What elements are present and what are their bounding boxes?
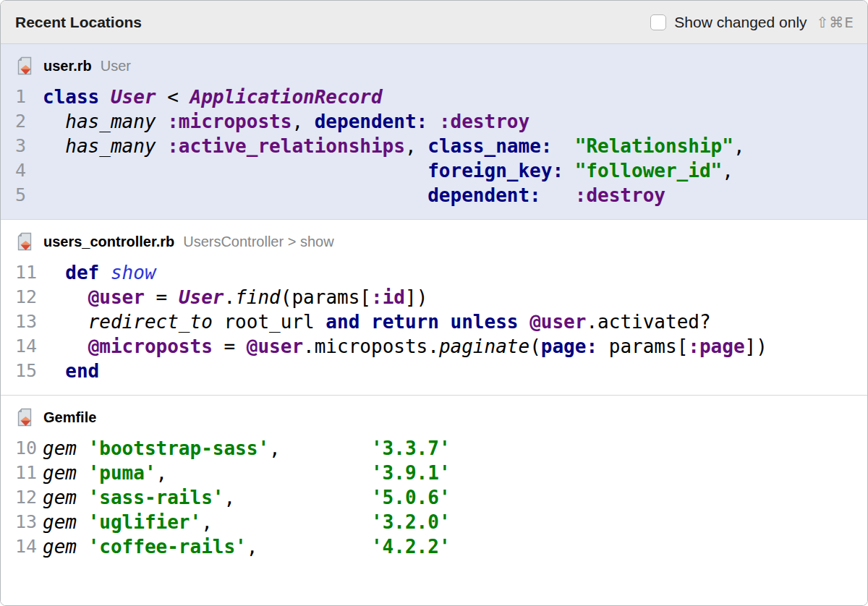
code-token: ]) bbox=[405, 286, 427, 308]
code-line[interactable]: 14 @microposts = @user.microposts.pagina… bbox=[1, 334, 867, 359]
line-number: 10 bbox=[1, 436, 43, 461]
code-token: foreign_key: bbox=[427, 160, 563, 182]
code-token bbox=[43, 262, 65, 283]
file-section[interactable]: users_controller.rbUsersController > sho… bbox=[1, 219, 867, 395]
code-token bbox=[43, 360, 65, 382]
code-token: :active_relationships bbox=[167, 135, 405, 157]
code-line[interactable]: 11 def show bbox=[1, 260, 867, 285]
code-token: ( bbox=[529, 336, 541, 357]
code-token: , bbox=[292, 111, 314, 132]
code-line[interactable]: 4 foreign_key: "follower_id", bbox=[1, 158, 867, 183]
code-token: 'uglifier' bbox=[88, 511, 202, 533]
code-token: :destroy bbox=[575, 184, 665, 206]
code-token: User bbox=[111, 86, 156, 108]
code-token: , bbox=[733, 135, 745, 157]
code-line[interactable]: 13 redirect_to root_url and return unles… bbox=[1, 310, 867, 334]
sections: user.rbUser1class User < ApplicationReco… bbox=[1, 44, 867, 605]
line-text: gem 'puma', '3.9.1' bbox=[43, 461, 451, 485]
ruby-file-icon bbox=[15, 232, 34, 251]
code-token bbox=[43, 135, 65, 157]
file-name: users_controller.rb bbox=[43, 234, 174, 250]
line-text: gem 'sass-rails', '5.0.6' bbox=[43, 485, 451, 510]
code-token: root_url bbox=[213, 311, 326, 333]
line-number: 11 bbox=[1, 461, 43, 485]
code-token bbox=[563, 160, 575, 182]
code-token: , bbox=[247, 536, 371, 558]
code-token: < bbox=[156, 86, 190, 108]
code-token bbox=[77, 487, 88, 508]
code-token: @user bbox=[247, 336, 303, 357]
code-token: :page bbox=[688, 336, 744, 357]
file-section[interactable]: Gemfile10gem 'bootstrap-sass', '3.3.7'11… bbox=[1, 395, 867, 571]
code-token: , bbox=[156, 462, 371, 484]
file-name: Gemfile bbox=[43, 409, 96, 426]
code-token: , bbox=[201, 511, 371, 533]
code-line[interactable]: 1class User < ApplicationRecord bbox=[1, 85, 867, 109]
line-text: has_many :active_relationships, class_na… bbox=[43, 134, 745, 158]
code-token: . bbox=[224, 286, 236, 308]
code-token: has_many bbox=[65, 135, 156, 157]
show-changed-only-control[interactable]: Show changed only ⇧⌘E bbox=[650, 14, 854, 31]
line-text: redirect_to root_url and return unless @… bbox=[43, 310, 711, 334]
line-number: 2 bbox=[1, 109, 43, 134]
line-text: end bbox=[43, 359, 99, 383]
code-token: ]) bbox=[745, 336, 767, 357]
code-line[interactable]: 5 dependent: :destroy bbox=[1, 183, 867, 208]
code-line[interactable]: 13gem 'uglifier', '3.2.0' bbox=[1, 510, 867, 534]
code-token: unless bbox=[451, 311, 519, 333]
code-token: gem bbox=[43, 511, 77, 533]
ruby-file-icon bbox=[15, 56, 34, 75]
code-token: '4.2.2' bbox=[371, 536, 451, 558]
code-line[interactable]: 12 @user = User.find(params[:id]) bbox=[1, 285, 867, 310]
code-token: .activated? bbox=[586, 311, 710, 333]
code-token bbox=[77, 462, 88, 484]
file-header[interactable]: users_controller.rbUsersController > sho… bbox=[1, 220, 867, 255]
code-token: , bbox=[224, 487, 371, 508]
line-text: def show bbox=[43, 260, 156, 285]
line-text: gem 'coffee-rails', '4.2.2' bbox=[43, 534, 451, 559]
show-changed-only-checkbox[interactable] bbox=[650, 14, 666, 30]
line-text: has_many :microposts, dependent: :destro… bbox=[43, 109, 529, 134]
code-line[interactable]: 14gem 'coffee-rails', '4.2.2' bbox=[1, 534, 867, 559]
line-text: dependent: :destroy bbox=[43, 183, 665, 208]
line-number: 13 bbox=[1, 510, 43, 534]
code-token: "Relationship" bbox=[575, 135, 733, 157]
line-text: @microposts = @user.microposts.paginate(… bbox=[43, 334, 767, 359]
line-text: gem 'uglifier', '3.2.0' bbox=[43, 510, 451, 534]
code-token: = bbox=[213, 336, 247, 357]
code-token bbox=[99, 262, 111, 283]
code-token: @microposts bbox=[88, 336, 213, 357]
line-number: 3 bbox=[1, 134, 43, 158]
line-number: 4 bbox=[1, 158, 43, 183]
code-token: class bbox=[43, 86, 99, 108]
code-token: @user bbox=[88, 286, 145, 308]
code-token: , bbox=[405, 135, 427, 157]
file-header[interactable]: user.rbUser bbox=[1, 44, 867, 79]
line-number: 11 bbox=[1, 260, 43, 285]
code-token: , bbox=[269, 438, 371, 459]
code-token: gem bbox=[43, 487, 77, 508]
code-line[interactable]: 3 has_many :active_relationships, class_… bbox=[1, 134, 867, 158]
code-line[interactable]: 2 has_many :microposts, dependent: :dest… bbox=[1, 109, 867, 134]
show-changed-only-label[interactable]: Show changed only bbox=[674, 14, 807, 31]
code-line[interactable]: 15 end bbox=[1, 359, 867, 383]
popup-header: Recent Locations Show changed only ⇧⌘E bbox=[1, 1, 867, 44]
popup-title: Recent Locations bbox=[15, 14, 142, 31]
file-header[interactable]: Gemfile bbox=[1, 396, 867, 430]
code-line[interactable]: 10gem 'bootstrap-sass', '3.3.7' bbox=[1, 436, 867, 461]
file-section[interactable]: user.rbUser1class User < ApplicationReco… bbox=[1, 44, 867, 219]
code-token: 'sass-rails' bbox=[88, 487, 224, 508]
recent-locations-popup: Recent Locations Show changed only ⇧⌘E u… bbox=[0, 0, 868, 606]
code-token bbox=[518, 311, 529, 333]
line-text: gem 'bootstrap-sass', '3.3.7' bbox=[43, 436, 451, 461]
file-context: User bbox=[101, 58, 131, 74]
code-line[interactable]: 12gem 'sass-rails', '5.0.6' bbox=[1, 485, 867, 510]
code-token: :id bbox=[371, 286, 405, 308]
code-token: '3.3.7' bbox=[371, 438, 451, 459]
code-token bbox=[359, 311, 371, 333]
code-token bbox=[439, 311, 451, 333]
code-token: :microposts bbox=[167, 111, 292, 132]
code-token bbox=[541, 184, 575, 206]
code-line[interactable]: 11gem 'puma', '3.9.1' bbox=[1, 461, 867, 485]
code-token bbox=[77, 536, 88, 558]
